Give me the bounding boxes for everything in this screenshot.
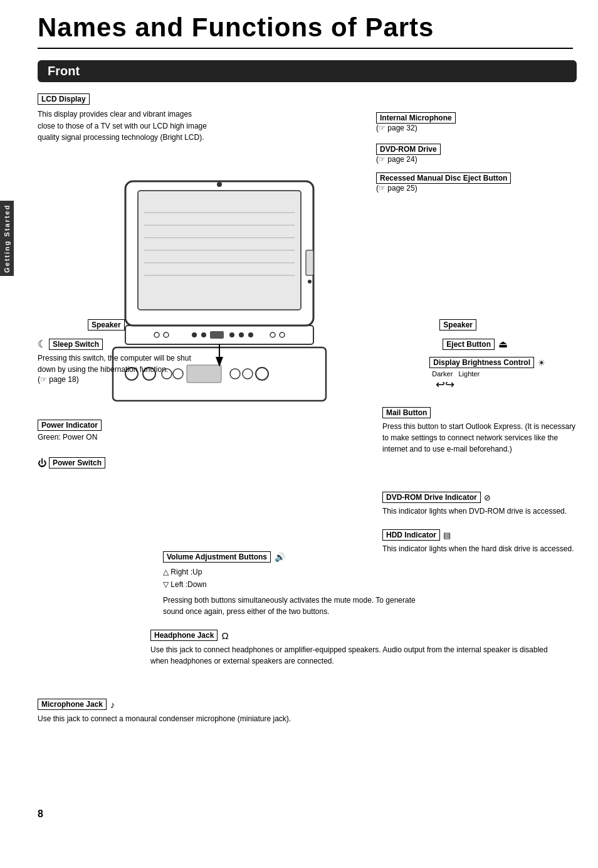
main-content: LCD Display This display provides clear … <box>38 93 577 783</box>
svg-rect-14 <box>210 331 224 339</box>
volume-icon: 🔊 <box>275 552 285 562</box>
dvd-rom-drive-label: DVD-ROM Drive <box>376 144 441 155</box>
computer-diagram <box>107 175 345 434</box>
title-divider <box>38 48 573 49</box>
sleep-switch-section: ☾ Sleep Switch Pressing this switch, the… <box>38 338 201 384</box>
internal-microphone-ref: (☞ page 32) <box>376 124 577 132</box>
svg-point-27 <box>243 369 253 379</box>
svg-point-10 <box>154 332 159 337</box>
svg-rect-31 <box>306 250 313 275</box>
mail-button-section: Mail Button Press this button to start O… <box>382 407 577 455</box>
hdd-indicator-icon: ▤ <box>443 531 451 540</box>
right-labels-top: Internal Microphone (☞ page 32) DVD-ROM … <box>376 112 577 201</box>
volume-right-label: △ Right :Up <box>163 566 445 578</box>
speaker-left-section: Speaker <box>88 319 125 331</box>
section-header: Front <box>38 60 577 82</box>
mail-button-label: Mail Button <box>382 407 431 418</box>
dvd-indicator-section: DVD-ROM Drive Indicator ⊘ This indicator… <box>382 492 577 517</box>
getting-started-tab: Getting Started <box>0 201 14 276</box>
svg-point-11 <box>164 332 169 337</box>
power-indicator-desc: Green: Power ON <box>38 433 102 442</box>
sleep-icon: ☾ <box>38 338 46 350</box>
lcd-display-label: LCD Display <box>38 93 90 105</box>
display-brightness-section: Display Brightness Control ☀ Darker Ligh… <box>429 357 545 391</box>
internal-microphone-section: Internal Microphone (☞ page 32) <box>376 112 577 132</box>
microphone-section: Microphone Jack ♪ Use this jack to conne… <box>38 699 577 724</box>
page-title: Names and Functions of Parts <box>38 13 573 43</box>
eject-button-section: Eject Button ⏏ <box>443 338 508 350</box>
svg-point-32 <box>308 280 312 283</box>
display-brightness-label: Display Brightness Control <box>429 357 534 368</box>
dvd-indicator-label: DVD-ROM Drive Indicator <box>382 492 481 503</box>
recessed-eject-section: Recessed Manual Disc Eject Button (☞ pag… <box>376 172 577 193</box>
svg-point-26 <box>230 369 240 379</box>
volume-left-label: ▽ Left :Down <box>163 578 445 591</box>
darker-label: Darker <box>432 370 453 378</box>
headphone-jack-label: Headphone Jack <box>150 630 218 641</box>
headphone-section: Headphone Jack Ω Use this jack to connec… <box>150 630 552 667</box>
svg-point-13 <box>201 332 206 337</box>
dvd-rom-drive-section: DVD-ROM Drive (☞ page 24) <box>376 144 577 164</box>
microphone-desc: Use this jack to connect a monaural cond… <box>38 713 577 724</box>
lcd-display-desc: This display provides clear and vibrant … <box>38 109 207 144</box>
dvd-rom-drive-ref: (☞ page 24) <box>376 155 577 164</box>
eject-icon: ⏏ <box>498 338 508 350</box>
dvd-indicator-icon: ⊘ <box>484 493 491 502</box>
svg-point-16 <box>239 332 244 337</box>
svg-point-12 <box>192 332 197 337</box>
sleep-switch-ref: (☞ page 18) <box>38 375 201 384</box>
brightness-arrow-icon: ↩↪ <box>429 378 545 391</box>
eject-button-label: Eject Button <box>443 339 495 350</box>
dvd-indicator-desc: This indicator lights when DVD-ROM drive… <box>382 505 577 517</box>
brightness-icon: ☀ <box>538 358 545 368</box>
headphone-icon: Ω <box>221 630 228 641</box>
svg-point-17 <box>248 332 253 337</box>
svg-point-28 <box>256 368 268 380</box>
recessed-eject-ref: (☞ page 25) <box>376 184 577 193</box>
volume-desc: Pressing both buttons simultaneously act… <box>163 595 426 617</box>
sleep-switch-desc: Pressing this switch, the computer will … <box>38 352 201 375</box>
microphone-icon: ♪ <box>110 699 115 710</box>
power-indicator-section: Power Indicator Green: Power ON <box>38 420 102 442</box>
microphone-jack-label: Microphone Jack <box>38 699 107 710</box>
volume-buttons-label: Volume Adjustment Buttons <box>163 551 271 563</box>
svg-point-15 <box>229 332 234 337</box>
svg-point-18 <box>270 332 275 337</box>
headphone-desc: Use this jack to connect headphones or a… <box>150 644 552 667</box>
svg-point-8 <box>217 182 222 187</box>
internal-microphone-label: Internal Microphone <box>376 112 456 124</box>
speaker-right-label: Speaker <box>439 319 476 331</box>
svg-point-19 <box>280 332 285 337</box>
lighter-label: Lighter <box>459 370 480 378</box>
computer-svg <box>107 175 345 432</box>
power-indicator-label: Power Indicator <box>38 420 102 431</box>
power-switch-label: Power Switch <box>49 457 105 468</box>
power-icon: ⏻ <box>38 458 46 468</box>
sleep-switch-label: Sleep Switch <box>49 339 103 350</box>
page-number: 8 <box>38 808 573 820</box>
hdd-indicator-section: HDD Indicator ▤ This indicator lights wh… <box>382 529 577 554</box>
lcd-display-section: LCD Display This display provides clear … <box>38 93 207 144</box>
volume-section: Volume Adjustment Buttons 🔊 △ Right :Up … <box>163 551 445 617</box>
mail-button-desc: Press this button to start Outlook Expre… <box>382 421 577 455</box>
hdd-indicator-label: HDD Indicator <box>382 529 440 541</box>
power-switch-section: ⏻ Power Switch <box>38 457 105 468</box>
recessed-eject-label: Recessed Manual Disc Eject Button <box>376 172 511 184</box>
speaker-right-section: Speaker <box>439 319 476 331</box>
speaker-left-label: Speaker <box>88 319 125 331</box>
